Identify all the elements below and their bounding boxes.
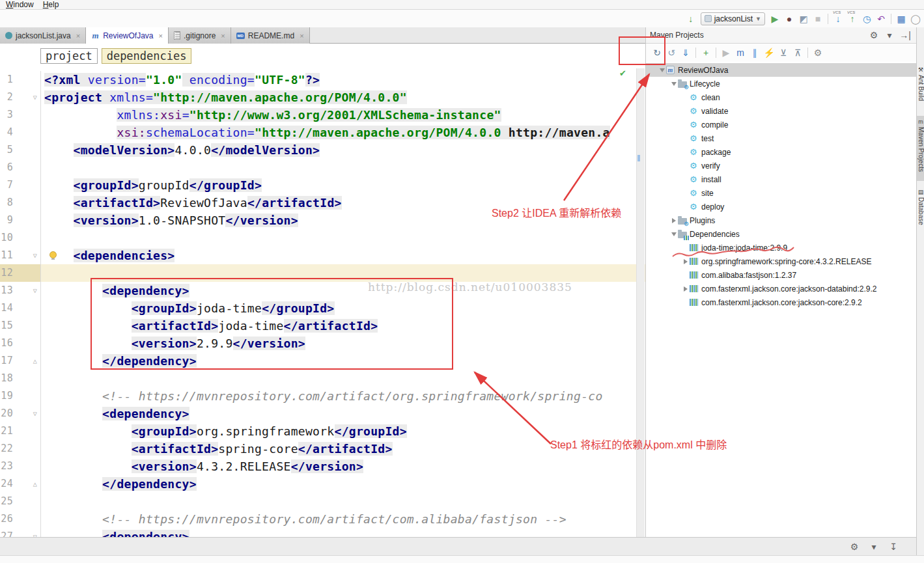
code-text[interactable]: <?xml version="1.0" encoding="UTF-8"?> xyxy=(41,71,645,89)
fold-marker-icon[interactable]: ▽ xyxy=(13,282,40,299)
tree-expand-arrow-icon[interactable] xyxy=(681,286,690,292)
tool-window-tab-database[interactable]: ▤Database xyxy=(917,186,924,234)
expand-all-icon[interactable]: ⊻ xyxy=(776,46,791,59)
fold-marker-icon[interactable]: △ xyxy=(13,352,40,370)
skip-tests-icon[interactable]: ∥ xyxy=(748,46,762,59)
tree-expand-arrow-icon[interactable] xyxy=(669,232,678,236)
code-text[interactable]: <modelVersion>4.0.0</modelVersion> xyxy=(41,141,645,159)
fold-marker-icon[interactable]: △ xyxy=(13,475,40,493)
chevron-down-icon[interactable]: ▾ xyxy=(867,540,881,553)
offline-mode-icon[interactable]: ⚡ xyxy=(762,46,776,59)
maven-settings-icon[interactable]: ⚙ xyxy=(811,46,825,59)
close-icon[interactable]: × xyxy=(221,32,225,40)
vcs-commit-icon[interactable]: ↑VCS xyxy=(845,12,860,25)
download-sources-icon[interactable]: ⇓ xyxy=(679,46,693,59)
debug-icon[interactable]: ● xyxy=(782,12,796,25)
local-history-icon[interactable]: ◷ xyxy=(860,12,874,25)
fold-marker-icon[interactable]: ▽ xyxy=(13,89,40,106)
hide-panel-icon[interactable]: →| xyxy=(898,29,912,42)
add-maven-project-icon[interactable]: + xyxy=(699,46,713,59)
fold-column xyxy=(13,440,40,458)
code-text[interactable] xyxy=(41,370,645,387)
maven-tree-item-test[interactable]: ⚙test xyxy=(646,131,916,145)
line-number: 3 xyxy=(0,106,13,124)
tab--gitignore[interactable]: .gitignore× xyxy=(169,27,231,44)
stop-icon[interactable]: ■ xyxy=(811,12,825,25)
maven-tree-item-compile[interactable]: ⚙compile xyxy=(646,118,916,131)
code-text[interactable]: <groupId>groupId</groupId> xyxy=(41,176,645,194)
maven-tree-item-site[interactable]: ⚙site xyxy=(646,186,916,200)
code-text[interactable] xyxy=(41,159,645,176)
maven-tree-item-com-alibaba-fastjson-1-2-37[interactable]: com.alibaba:fastjson:1.2.37 xyxy=(646,268,916,282)
maven-tree-item-lifecycle[interactable]: Lifecycle xyxy=(646,77,916,90)
vcs-update-icon[interactable]: ↓VCS xyxy=(831,12,845,25)
run-icon[interactable]: ▶ xyxy=(768,12,782,25)
maven-tree-item-com-fasterxml-jackson-core-jackson-databind-2-9-2[interactable]: com.fasterxml.jackson.core:jackson-datab… xyxy=(646,282,916,295)
code-text[interactable]: xmlns:xsi="http://www.w3.org/2001/XMLSch… xyxy=(41,106,645,124)
fold-marker-icon[interactable]: ▽ xyxy=(13,405,40,422)
dock-pin-icon[interactable]: ↧ xyxy=(886,540,901,553)
code-text[interactable]: <project xmlns="http://maven.apache.org/… xyxy=(41,89,645,106)
maven-tree-item-reviewofjava[interactable]: mReviewOfJava xyxy=(646,63,916,77)
chevron-down-icon[interactable]: ▾ xyxy=(882,29,897,42)
code-text[interactable]: <dependency> xyxy=(41,405,645,422)
undo-icon[interactable]: ↶ xyxy=(874,12,888,25)
inspection-ok-icon[interactable]: ✔ xyxy=(619,68,626,78)
fold-column xyxy=(13,212,40,229)
maven-tree-item-org-springframework-spring-core-4-3-2-release[interactable]: org.springframework:spring-core:4.3.2.RE… xyxy=(646,254,916,268)
code-text[interactable]: <!-- https://mvnrepository.com/artifact/… xyxy=(41,387,645,405)
editor-scrollbar[interactable] xyxy=(636,68,645,537)
sort-lines-icon[interactable]: ↓ xyxy=(684,12,698,25)
tree-expand-arrow-icon[interactable] xyxy=(658,68,666,72)
lib-icon xyxy=(690,244,701,251)
annotation-step1-label: Step1 将标红的依赖从pom.xml 中删除 xyxy=(550,436,727,452)
data-grid-icon[interactable]: ▦ xyxy=(894,12,908,25)
maven-tree-item-clean[interactable]: ⚙clean xyxy=(646,90,916,104)
code-text[interactable]: <dependencies> xyxy=(41,247,645,264)
code-text[interactable] xyxy=(41,229,645,247)
maven-tree-item-validate[interactable]: ⚙validate xyxy=(646,104,916,118)
code-text[interactable]: <dependency> xyxy=(41,528,645,537)
run-maven-goal-icon[interactable]: m xyxy=(733,46,748,59)
settings-gear-icon[interactable]: ⚙ xyxy=(847,540,861,553)
close-icon[interactable]: × xyxy=(300,32,303,40)
run-configuration-select[interactable]: jacksonList▼ xyxy=(701,12,765,25)
search-partial-icon[interactable]: ◯ xyxy=(908,12,923,25)
run-build-icon[interactable]: ▶ xyxy=(719,46,733,59)
code-text[interactable]: <!-- https://mvnrepository.com/artifact/… xyxy=(41,510,645,528)
maven-tree-item-plugins[interactable]: Plugins xyxy=(646,213,916,227)
tool-window-tab-maven-projects[interactable]: mMaven Projects xyxy=(917,116,924,181)
fold-marker-icon[interactable]: ▽ xyxy=(13,528,40,537)
code-text[interactable]: </dependency> xyxy=(41,475,645,493)
update-folders-icon[interactable]: ↺ xyxy=(664,46,679,59)
coverage-icon[interactable]: ◩ xyxy=(796,12,811,25)
tree-expand-arrow-icon[interactable] xyxy=(669,218,678,223)
intention-bulb-icon[interactable] xyxy=(49,251,57,258)
tree-expand-arrow-icon[interactable] xyxy=(681,259,690,264)
breadcrumb-item-dependencies[interactable]: dependencies xyxy=(102,48,192,64)
menu-item-help[interactable]: Help xyxy=(40,0,65,9)
maven-tree-item-package[interactable]: ⚙package xyxy=(646,145,916,159)
code-text[interactable]: xsi:schemaLocation="http://maven.apache.… xyxy=(41,124,645,141)
tab-readme-md[interactable]: MDREADME.md× xyxy=(231,27,310,44)
tree-expand-arrow-icon[interactable] xyxy=(669,82,678,86)
maven-tree-item-com-fasterxml-jackson-core-jackson-core-2-9-2[interactable]: com.fasterxml.jackson.core:jackson-core:… xyxy=(646,295,916,309)
panel-settings-gear-icon[interactable]: ⚙ xyxy=(867,29,881,42)
tab-jacksonlist-java[interactable]: jacksonList.java× xyxy=(0,27,86,44)
menu-item-window[interactable]: Window xyxy=(3,0,40,9)
tool-window-tab-ant-build[interactable]: ⚒Ant Build xyxy=(917,64,924,109)
maven-tree-item-verify[interactable]: ⚙verify xyxy=(646,159,916,172)
maven-tree-item-deploy[interactable]: ⚙deploy xyxy=(646,200,916,213)
maven-tree-item-joda-time-joda-time-2-9-9[interactable]: joda-time:joda-time:2.9.9 xyxy=(646,241,916,254)
tree-item-label: validate xyxy=(701,107,728,116)
code-text[interactable]: <version>4.3.2.RELEASE</version> xyxy=(41,458,645,475)
maven-tree-item-dependencies[interactable]: Dependencies xyxy=(646,227,916,241)
collapse-all-icon[interactable]: ⊼ xyxy=(791,46,805,59)
fold-marker-icon[interactable]: ▽ xyxy=(13,247,40,264)
breadcrumb-item-project[interactable]: project xyxy=(40,48,98,64)
maven-tree-item-install[interactable]: ⚙install xyxy=(646,172,916,186)
code-text[interactable] xyxy=(41,493,645,510)
close-icon[interactable]: × xyxy=(76,32,80,40)
close-icon[interactable]: × xyxy=(159,32,163,40)
tab-reviewofjava[interactable]: mReviewOfJava× xyxy=(86,27,169,44)
